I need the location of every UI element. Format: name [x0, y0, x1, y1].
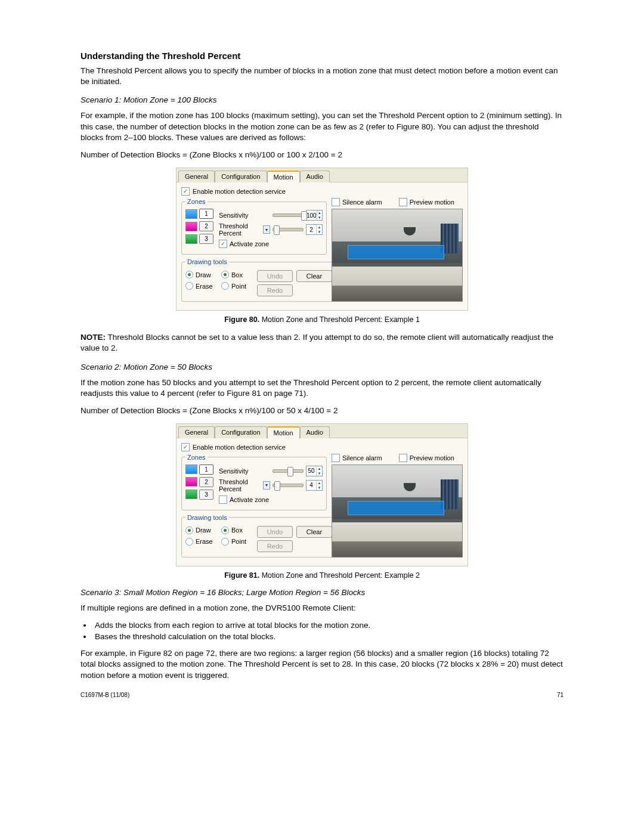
zone-button-3[interactable]: 3 [199, 234, 213, 244]
tab-motion[interactable]: Motion [267, 426, 300, 438]
enable-motion-checkbox[interactable] [181, 187, 190, 196]
drawing-tools-legend: Drawing tools [185, 258, 229, 265]
drawing-tools-legend: Drawing tools [185, 514, 229, 521]
document-page: Understanding the Threshold Percent The … [0, 0, 644, 715]
zone-button-1[interactable]: 1 [199, 209, 213, 219]
radio-erase[interactable] [185, 538, 193, 546]
footer-page-number: 71 [557, 692, 564, 698]
radio-draw[interactable] [185, 271, 193, 278]
undo-button[interactable]: Undo [257, 526, 293, 538]
scenario2-title: Scenario 2: Motion Zone = 50 Blocks [80, 363, 564, 371]
preview-motion-label: Preview motion [410, 199, 454, 206]
zone-button-1[interactable]: 1 [199, 465, 213, 475]
threshold-spinner[interactable]: 4▲▼ [306, 480, 323, 491]
enable-motion-checkbox[interactable] [181, 443, 190, 451]
drawing-tools-fieldset: Drawing tools Draw Erase Box Point [181, 514, 336, 558]
radio-box[interactable] [221, 271, 229, 278]
zone-swatch-3 [185, 234, 197, 244]
silence-alarm-label: Silence alarm [342, 199, 382, 206]
enable-motion-label: Enable motion detection service [193, 444, 286, 451]
silence-alarm-checkbox[interactable] [332, 198, 340, 206]
radio-draw-label: Draw [196, 527, 211, 534]
tab-motion[interactable]: Motion [267, 171, 300, 182]
activate-zone-label: Activate zone [230, 240, 269, 247]
threshold-dropdown-icon[interactable] [263, 225, 270, 234]
zones-fieldset: Zones 1 2 3 Sensitivity [181, 454, 327, 510]
zone-swatch-2 [185, 477, 197, 487]
radio-box-label: Box [231, 271, 243, 278]
sensitivity-label: Sensitivity [219, 212, 270, 219]
zone-button-2[interactable]: 2 [199, 221, 213, 231]
sensitivity-label: Sensitivity [219, 467, 270, 475]
silence-alarm-checkbox[interactable] [332, 454, 340, 462]
threshold-label: Threshold Percent [219, 222, 262, 237]
camera-preview [332, 465, 463, 558]
threshold-slider[interactable] [273, 484, 304, 487]
tab-bar: General Configuration Motion Audio [177, 424, 467, 438]
radio-point[interactable] [221, 538, 229, 546]
activate-zone-checkbox[interactable] [219, 496, 227, 504]
radio-erase[interactable] [185, 282, 193, 290]
figure81-caption: Figure 81. Motion Zone and Threshold Per… [80, 571, 564, 580]
list-item: Bases the threshold calculation on the t… [92, 632, 564, 641]
zone-swatch-1 [185, 465, 197, 474]
tab-configuration[interactable]: Configuration [215, 426, 267, 438]
scenario3-list: Adds the blocks from each region to arri… [92, 621, 564, 641]
preview-motion-checkbox[interactable] [399, 454, 407, 462]
ui-panel-example1: General Configuration Motion Audio Enabl… [176, 168, 468, 311]
scenario1-formula: Number of Detection Blocks = (Zone Block… [80, 150, 564, 159]
sensitivity-spinner[interactable]: 100▲▼ [306, 210, 323, 221]
scenario2-formula: Number of Detection Blocks = (Zone Block… [80, 406, 564, 415]
tab-audio[interactable]: Audio [300, 171, 330, 182]
silence-alarm-label: Silence alarm [342, 454, 382, 462]
redo-button[interactable]: Redo [257, 540, 293, 552]
sensitivity-slider[interactable] [273, 213, 304, 217]
scenario1-title: Scenario 1: Motion Zone = 100 Blocks [80, 95, 564, 104]
clear-button[interactable]: Clear [296, 526, 332, 538]
threshold-label: Threshold Percent [219, 478, 262, 493]
intro-paragraph: The Threshold Percent allows you to spec… [80, 66, 564, 87]
radio-point-label: Point [231, 538, 246, 545]
tab-configuration[interactable]: Configuration [215, 171, 267, 182]
threshold-dropdown-icon[interactable] [263, 481, 270, 490]
tab-bar: General Configuration Motion Audio [177, 168, 467, 182]
figure80-caption: Figure 80. Motion Zone and Threshold Per… [80, 315, 564, 324]
tab-audio[interactable]: Audio [300, 426, 330, 438]
section-heading: Understanding the Threshold Percent [80, 51, 564, 61]
clear-button[interactable]: Clear [296, 270, 332, 282]
zones-legend: Zones [185, 198, 208, 205]
tab-general[interactable]: General [178, 426, 215, 438]
radio-point-label: Point [231, 283, 246, 290]
zones-legend: Zones [185, 454, 208, 461]
undo-button[interactable]: Undo [257, 270, 293, 282]
zones-fieldset: Zones 1 2 3 Sensitivity [181, 198, 327, 255]
radio-draw[interactable] [185, 527, 193, 534]
zone-swatch-1 [185, 209, 197, 219]
activate-zone-checkbox[interactable] [219, 240, 227, 248]
activate-zone-label: Activate zone [230, 496, 269, 503]
threshold-slider[interactable] [273, 228, 304, 231]
radio-box[interactable] [221, 527, 229, 534]
footer-doc-id: C1697M-B (11/08) [80, 692, 129, 698]
tab-general[interactable]: General [178, 171, 215, 182]
radio-box-label: Box [231, 527, 243, 534]
zone-button-2[interactable]: 2 [199, 477, 213, 487]
preview-motion-label: Preview motion [410, 454, 454, 462]
enable-motion-label: Enable motion detection service [193, 188, 286, 195]
zone-button-3[interactable]: 3 [199, 490, 213, 500]
redo-button[interactable]: Redo [257, 284, 293, 296]
radio-draw-label: Draw [196, 271, 211, 278]
preview-motion-checkbox[interactable] [399, 198, 407, 206]
camera-preview [332, 209, 463, 302]
list-item: Adds the blocks from each region to arri… [92, 621, 564, 630]
radio-point[interactable] [221, 282, 229, 290]
threshold-spinner[interactable]: 2▲▼ [306, 224, 323, 235]
sensitivity-spinner[interactable]: 50▲▼ [306, 466, 323, 476]
figure-80: General Configuration Motion Audio Enabl… [80, 168, 564, 311]
scenario3-para: For example, in Figure 82 on page 72, th… [80, 648, 564, 681]
zone-swatch-2 [185, 222, 197, 231]
sensitivity-slider[interactable] [273, 469, 304, 473]
ui-panel-example2: General Configuration Motion Audio Enabl… [176, 423, 468, 566]
note-paragraph: NOTE: Threshold Blocks cannot be set to … [80, 332, 564, 354]
scenario1-para: For example, if the motion zone has 100 … [80, 110, 564, 143]
